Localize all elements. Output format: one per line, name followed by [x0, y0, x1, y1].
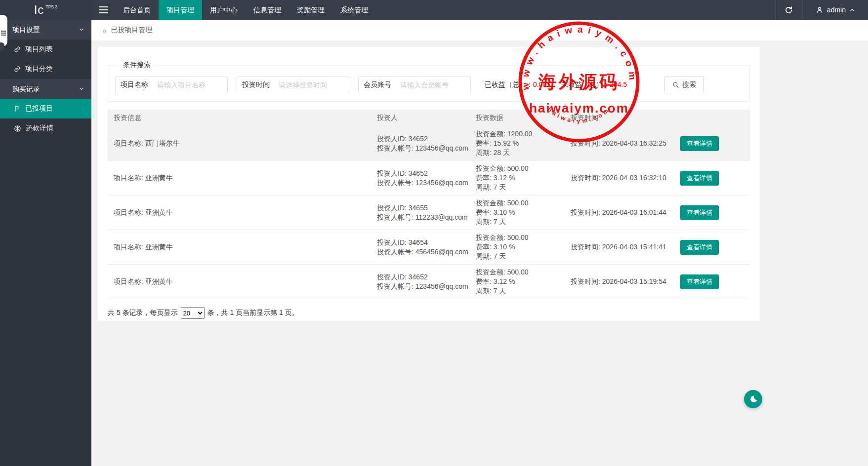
search-icon [672, 81, 679, 88]
invest-cycle: 周期: 7 天 [476, 183, 565, 192]
project-name-cell: 项目名称: 亚洲黄牛 [108, 208, 371, 217]
sidebar-item-repayment-details[interactable]: 还款详情 [0, 118, 91, 138]
app-logo: Ic TP5.3 [0, 0, 91, 20]
member-account-label: 会员账号 [359, 77, 396, 93]
refresh-icon [785, 6, 793, 14]
pagination-text-after: 条，共 1 页当前显示第 1 页。 [207, 309, 299, 317]
member-account-group: 会员账号 [358, 77, 471, 93]
invest-cycle: 周期: 7 天 [476, 217, 565, 227]
member-account-input[interactable] [396, 77, 470, 93]
investor-account: 投资人帐号: 456456@qq.com [377, 247, 470, 257]
invest-rate: 费率: 3.10 % [476, 242, 565, 252]
pagination: 共 5 条记录，每页显示 20 条，共 1 页当前显示第 1 页。 [108, 307, 750, 319]
theme-toggle-button[interactable] [744, 390, 762, 408]
navbar-right: admin [775, 0, 868, 20]
view-detail-button[interactable]: 查看详情 [680, 274, 719, 289]
project-name-cell: 项目名称: 亚洲黄牛 [108, 243, 371, 252]
sidebar-item-project-category[interactable]: 项目分类 [0, 59, 91, 79]
nav-item-project-management[interactable]: 项目管理 [159, 0, 202, 20]
edge-floater-tab[interactable] [0, 42, 4, 50]
invest-time-cell: 投资时间: 2026-04-03 16:01:44 [565, 208, 668, 217]
main-nav: 后台首页 项目管理 用户中心 信息管理 奖励管理 系统管理 [115, 0, 376, 20]
invest-data-cell: 投资金额: 1200.00 费率: 15.92 % 周期: 28 天 [470, 129, 565, 157]
pagination-text-before: 共 5 条记录，每页显示 [108, 309, 178, 317]
invest-amount: 投资金额: 500.00 [476, 198, 565, 208]
nav-item-user-center[interactable]: 用户中心 [202, 0, 246, 20]
invest-cycle: 周期: 28 天 [476, 148, 565, 157]
investor-cell: 投资人ID: 34652 投资人帐号: 123456@qq.com [371, 169, 470, 188]
logo-version: TP5.3 [45, 4, 57, 9]
investor-cell: 投资人ID: 34652 投资人帐号: 123456@qq.com [371, 272, 470, 291]
sidebar-item-label: 项目分类 [25, 65, 53, 74]
unearned-total: 未收益（总）：204.5 [561, 80, 627, 89]
invest-amount: 投资金额: 1200.00 [476, 129, 565, 139]
link-icon [14, 66, 21, 73]
table-body: 项目名称: 西门塔尔牛 投资人ID: 34652 投资人帐号: 123456@q… [108, 126, 750, 299]
view-detail-button[interactable]: 查看详情 [680, 240, 719, 255]
sidebar-item-invested-projects[interactable]: 已投项目 [0, 99, 91, 118]
investor-account: 投资人帐号: 123456@qq.com [377, 178, 470, 188]
header-invest-data: 投资数据 [470, 114, 565, 122]
flag-icon [14, 105, 21, 112]
moon-icon [748, 394, 758, 404]
sidebar-item-label: 已投项目 [25, 104, 53, 113]
view-detail-button[interactable]: 查看详情 [680, 205, 719, 220]
project-name-label: 项目名称 [116, 77, 153, 93]
sidebar-group-project-settings[interactable]: 项目设置 [0, 20, 91, 39]
investor-id: 投资人ID: 34655 [377, 203, 470, 213]
nav-item-reward-management[interactable]: 奖励管理 [289, 0, 332, 20]
invest-cycle: 周期: 7 天 [476, 252, 565, 261]
search-button[interactable]: 搜索 [664, 77, 704, 93]
invest-time-input[interactable] [275, 77, 349, 93]
user-menu[interactable]: admin [803, 0, 868, 20]
sidebar-group-label: 购买记录 [12, 85, 40, 93]
search-panel: 条件搜索 项目名称 投资时间 会员账号 已收益（总）：0.00 [108, 61, 750, 102]
earned-total-value: 0.00 [533, 80, 546, 88]
project-name-input[interactable] [153, 77, 227, 93]
page-title: 已投项目管理 [111, 26, 152, 35]
nav-item-info-management[interactable]: 信息管理 [246, 0, 289, 20]
table-row: 项目名称: 亚洲黄牛 投资人ID: 34652 投资人帐号: 123456@qq… [108, 265, 750, 299]
earned-total: 已收益（总）：0.00 [485, 80, 546, 89]
edge-floater-menu-icon [1, 31, 6, 32]
header-invest-time: 投资时间 [565, 114, 668, 122]
page-size-select[interactable]: 20 [181, 307, 205, 319]
chevron-down-icon [79, 27, 84, 33]
table-row: 项目名称: 亚洲黄牛 投资人ID: 34652 投资人帐号: 123456@qq… [108, 161, 750, 195]
earned-total-label: 已收益（总）： [485, 80, 533, 88]
header-investor: 投资人 [371, 114, 470, 122]
refresh-button[interactable] [775, 0, 803, 20]
sidebar-toggle-button[interactable] [91, 0, 115, 20]
action-cell: 查看详情 [668, 274, 750, 289]
invest-rate: 费率: 3.12 % [476, 173, 565, 183]
search-form: 项目名称 投资时间 会员账号 已收益（总）：0.00 未收益（总）：20 [115, 77, 743, 93]
investor-id: 投资人ID: 34652 [377, 272, 470, 282]
invest-time-cell: 投资时间: 2026-04-03 16:32:10 [565, 174, 668, 183]
investor-account: 投资人帐号: 123456@qq.com [377, 144, 470, 153]
invested-projects-table: 投资信息 投资人 投资数据 投资时间 项目名称: 西门塔尔牛 投资人ID: 34… [108, 110, 750, 299]
sidebar-item-label: 项目列表 [25, 45, 53, 54]
unearned-total-label: 未收益（总）： [561, 80, 610, 88]
investor-cell: 投资人ID: 34652 投资人帐号: 123456@qq.com [371, 134, 470, 153]
sidebar-item-project-list[interactable]: 项目列表 [0, 39, 91, 59]
header-invest-info: 投资信息 [108, 114, 371, 122]
view-detail-button[interactable]: 查看详情 [680, 136, 719, 151]
invest-time-cell: 投资时间: 2026-04-03 16:32:25 [565, 139, 668, 148]
investor-id: 投资人ID: 34654 [377, 238, 470, 247]
earnings-stats: 已收益（总）：0.00 未收益（总）：204.5 [485, 80, 642, 89]
sidebar-group-purchase-records[interactable]: 购买记录 [0, 79, 91, 99]
invest-data-cell: 投资金额: 500.00 费率: 3.12 % 周期: 7 天 [470, 268, 565, 296]
dollar-circle-icon [14, 125, 21, 132]
table-row: 项目名称: 亚洲黄牛 投资人ID: 34655 投资人帐号: 112233@qq… [108, 195, 750, 230]
sidebar-item-label: 还款详情 [26, 124, 53, 133]
logo-text: Ic [34, 3, 44, 17]
nav-item-system-management[interactable]: 系统管理 [332, 0, 376, 20]
project-name-group: 项目名称 [115, 77, 228, 93]
content-card: 条件搜索 项目名称 投资时间 会员账号 已收益（总）：0.00 [98, 47, 760, 321]
nav-item-dashboard[interactable]: 后台首页 [115, 0, 159, 20]
table-row: 项目名称: 西门塔尔牛 投资人ID: 34652 投资人帐号: 123456@q… [108, 126, 750, 161]
view-detail-button[interactable]: 查看详情 [680, 171, 719, 186]
invest-rate: 费率: 15.92 % [476, 139, 565, 148]
edge-floater[interactable] [0, 15, 7, 46]
invest-time-cell: 投资时间: 2026-04-03 15:19:54 [565, 277, 668, 286]
